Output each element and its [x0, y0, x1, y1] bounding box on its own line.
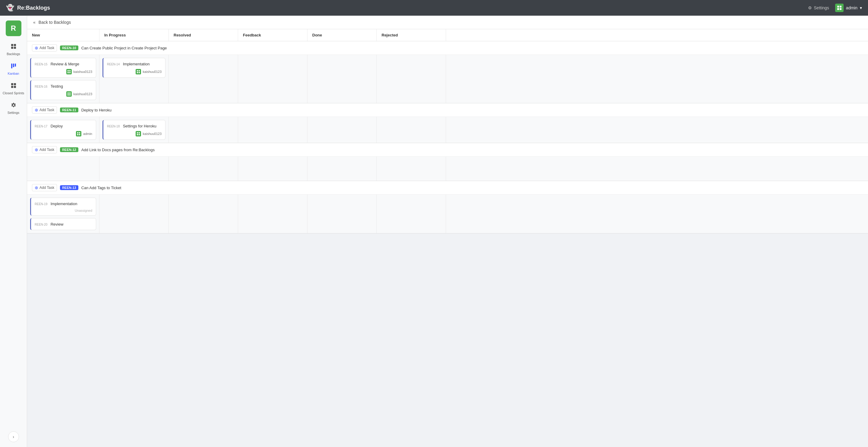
app-title: Re:Backlogs — [17, 5, 50, 11]
col-header-new: New — [27, 29, 99, 41]
task-card-header: REEN-15 Review & Merge — [35, 61, 92, 67]
task-card-reen15[interactable]: REEN-15 Review & Merge — [30, 58, 96, 78]
sprint-row-reen10: ⊕ Add Task REEN-10 Can Create Public Pro… — [27, 41, 868, 103]
task-title: Review & Merge — [51, 62, 79, 66]
task-card-meta: kaishuu0123 — [107, 69, 161, 74]
task-card-header: REEN-16 Testing — [35, 84, 92, 89]
svg-rect-7 — [14, 47, 16, 49]
svg-rect-10 — [15, 64, 16, 67]
task-card-reen19[interactable]: REEN-19 Implementation Unassigned — [30, 198, 96, 216]
user-name: kaishuu0123 — [143, 70, 161, 73]
task-card-reen20[interactable]: REEN-20 Review — [30, 218, 96, 230]
cell-reen12-rejected — [377, 157, 446, 181]
topnav: 👻 Re:Backlogs ⚙ Settings admin ▾ — [0, 0, 868, 15]
user-name: kaishuu0123 — [143, 132, 161, 135]
task-card-meta: kaishuu0123 — [35, 91, 92, 97]
settings-icon — [10, 102, 17, 109]
chevron-down-icon: ▾ — [860, 5, 862, 10]
add-task-button-reen10[interactable]: ⊕ Add Task — [32, 44, 57, 52]
svg-rect-12 — [14, 83, 16, 85]
user-avatar — [66, 91, 72, 97]
svg-rect-2 — [837, 8, 839, 10]
project-avatar: R — [6, 21, 22, 36]
sidebar-item-settings[interactable]: Settings — [0, 100, 27, 117]
task-title: Deploy — [51, 124, 63, 128]
back-to-backlogs-link[interactable]: Back to Backlogs — [38, 20, 71, 25]
plus-icon: ⊕ — [35, 107, 38, 113]
kanban-board: New In Progress Resolved Feedback Done R… — [27, 29, 868, 233]
sprint-cells-reen11: REEN-17 Deploy — [27, 117, 868, 143]
svg-rect-32 — [137, 132, 138, 133]
task-card-meta: kaishuu0123 — [35, 69, 92, 74]
cell-reen10-rejected — [377, 55, 446, 103]
cell-reen10-done — [307, 55, 377, 103]
cell-reen10-feedback — [238, 55, 307, 103]
sprint-cells-reen12 — [27, 157, 868, 181]
sidebar: R Backlogs Kanban — [0, 15, 27, 447]
add-task-label: Add Task — [39, 108, 54, 112]
cell-reen12-inprogress — [99, 157, 169, 181]
add-task-button-reen11[interactable]: ⊕ Add Task — [32, 106, 57, 114]
sidebar-item-backlogs[interactable]: Backlogs — [0, 41, 27, 58]
sprint-cells-reen10: REEN-15 Review & Merge — [27, 55, 868, 103]
task-id: REEN-16 — [35, 85, 47, 88]
add-task-button-reen13[interactable]: ⊕ Add Task — [32, 184, 57, 191]
user-name: kaishuu0123 — [73, 70, 92, 73]
cell-reen11-feedback — [238, 117, 307, 143]
sprint-header-reen12: ⊕ Add Task REEN-12 Add Link to Docs page… — [27, 143, 868, 157]
breadcrumb: « Back to Backlogs — [27, 15, 868, 29]
main-layout: R Backlogs Kanban — [0, 15, 868, 447]
ghost-icon: 👻 — [6, 4, 14, 12]
admin-label: admin — [846, 5, 858, 10]
col-header-resolved: Resolved — [169, 29, 238, 41]
svg-rect-14 — [14, 86, 16, 88]
cell-reen11-inprogress: REEN-18 Settings for Heroku — [99, 117, 169, 143]
add-task-button-reen12[interactable]: ⊕ Add Task — [32, 146, 57, 153]
plus-icon: ⊕ — [35, 45, 38, 50]
task-id: REEN-14 — [107, 63, 120, 66]
cell-reen13-resolved — [169, 195, 238, 233]
sidebar-item-kanban[interactable]: Kanban — [0, 61, 27, 78]
sidebar-backlogs-label: Backlogs — [7, 52, 20, 56]
cell-reen11-new: REEN-17 Deploy — [27, 117, 99, 143]
svg-point-15 — [13, 104, 14, 106]
sidebar-closed-sprints-label: Closed Sprints — [3, 91, 24, 95]
task-title: Settings for Heroku — [123, 124, 156, 128]
app-logo: 👻 Re:Backlogs — [6, 4, 50, 12]
settings-link[interactable]: ⚙ Settings — [808, 5, 829, 10]
svg-rect-30 — [77, 134, 79, 135]
svg-rect-21 — [69, 93, 70, 94]
task-card-header: REEN-19 Implementation — [35, 201, 92, 206]
svg-rect-8 — [11, 64, 12, 68]
svg-rect-6 — [11, 47, 13, 49]
user-avatar — [135, 131, 141, 136]
svg-rect-19 — [69, 72, 70, 73]
task-card-header: REEN-17 Deploy — [35, 123, 92, 129]
svg-rect-16 — [67, 70, 69, 71]
svg-rect-3 — [840, 8, 841, 10]
svg-rect-26 — [137, 72, 138, 73]
sprint-title-reen10: Can Create Public Project in Create Proj… — [82, 46, 167, 50]
task-card-reen17[interactable]: REEN-17 Deploy — [30, 120, 96, 140]
task-card-reen18[interactable]: REEN-18 Settings for Heroku — [102, 120, 165, 140]
admin-menu[interactable]: admin ▾ — [835, 4, 862, 12]
sprint-title-reen12: Add Link to Docs pages from Re:Backlogs — [82, 148, 155, 152]
task-id: REEN-17 — [35, 125, 47, 128]
sidebar-expand-button[interactable]: › — [8, 432, 19, 442]
task-card-reen14[interactable]: REEN-14 Implementation — [102, 58, 165, 78]
col-header-done: Done — [307, 29, 377, 41]
svg-rect-1 — [840, 6, 841, 7]
unassigned-label: Unassigned — [75, 209, 92, 212]
user-avatar — [76, 131, 82, 136]
svg-rect-25 — [138, 70, 140, 71]
task-title: Implementation — [51, 201, 78, 206]
task-card-reen16[interactable]: REEN-16 Testing — [30, 80, 96, 100]
task-id: REEN-19 — [35, 202, 47, 206]
sprint-badge-reen11: REEN-11 — [60, 107, 78, 113]
sprint-badge-reen13: REEN-13 — [60, 185, 78, 190]
cell-reen10-inprogress: REEN-14 Implementation — [99, 55, 169, 103]
sprint-title-reen11: Deploy to Heroku — [82, 108, 112, 113]
svg-rect-24 — [137, 70, 138, 71]
sidebar-item-closed-sprints[interactable]: Closed Sprints — [0, 80, 27, 97]
cell-reen12-feedback — [238, 157, 307, 181]
